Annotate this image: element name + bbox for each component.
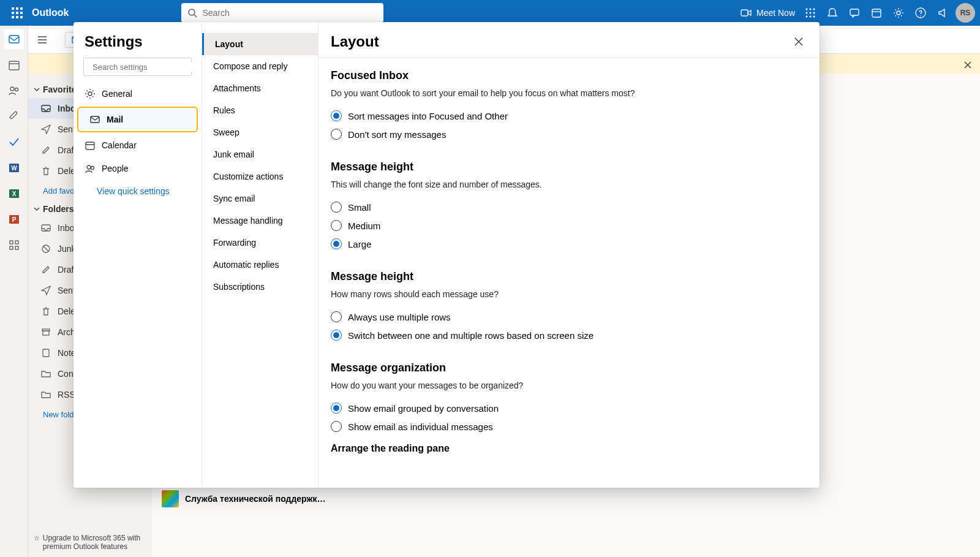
- settings-nav-label: View quick settings: [97, 186, 170, 196]
- settings-subnav-layout[interactable]: Layout: [202, 33, 318, 55]
- settings-subnav-autoreply[interactable]: Automatic replies: [202, 254, 318, 276]
- radio-icon: [331, 311, 342, 322]
- radio-option-medium[interactable]: Medium: [331, 216, 807, 235]
- settings-nav-label: Calendar: [102, 140, 137, 150]
- settings-nav-calendar[interactable]: Calendar: [74, 134, 202, 157]
- radio-option-dont-sort[interactable]: Don't sort my messages: [331, 125, 807, 143]
- settings-content-title: Layout: [331, 33, 379, 50]
- radio-icon: [331, 330, 342, 341]
- radio-icon: [331, 220, 342, 231]
- settings-subnav-compose[interactable]: Compose and reply: [202, 55, 318, 77]
- option-label: Switch between one and multiple rows bas…: [348, 330, 594, 341]
- settings-subnav-forwarding[interactable]: Forwarding: [202, 232, 318, 254]
- settings-nav-secondary: Layout Compose and reply Attachments Rul…: [202, 22, 318, 488]
- radio-option-switch-rows[interactable]: Switch between one and multiple rows bas…: [331, 326, 807, 344]
- mail-icon: [89, 114, 100, 125]
- settings-subnav-rules[interactable]: Rules: [202, 99, 318, 121]
- option-label: Show email as individual messages: [348, 422, 493, 432]
- settings-content: Layout Focused Inbox Do you want Outlook…: [318, 22, 820, 488]
- settings-title: Settings: [74, 33, 202, 58]
- settings-nav-label: People: [102, 164, 129, 173]
- group-message-rows: Message height How many rows should each…: [331, 270, 807, 344]
- radio-option-large[interactable]: Large: [331, 235, 807, 253]
- settings-subnav-handling[interactable]: Message handling: [202, 210, 318, 232]
- settings-subnav-customize[interactable]: Customize actions: [202, 165, 318, 188]
- close-icon: [794, 37, 803, 46]
- settings-search-input[interactable]: [92, 63, 195, 72]
- settings-nav-label: Mail: [107, 115, 123, 124]
- svg-rect-57: [86, 142, 94, 150]
- view-quick-settings-link[interactable]: View quick settings: [74, 180, 202, 202]
- option-label: Large: [348, 239, 371, 249]
- radio-option-multirow[interactable]: Always use multiple rows: [331, 308, 807, 326]
- subgroup-title: Arrange the reading pane: [331, 443, 807, 454]
- radio-icon: [331, 421, 342, 432]
- settings-close-button[interactable]: [790, 33, 807, 50]
- svg-point-59: [87, 165, 91, 169]
- settings-nav-primary: Settings General Mail Calendar People: [74, 22, 202, 488]
- group-desc: How many rows should each message use?: [331, 289, 807, 299]
- radio-icon: [331, 110, 342, 121]
- option-label: Small: [348, 202, 371, 213]
- option-label: Don't sort my messages: [348, 129, 446, 140]
- settings-subnav-sync[interactable]: Sync email: [202, 188, 318, 210]
- settings-nav-mail[interactable]: Mail: [77, 107, 198, 132]
- settings-subnav-subscriptions[interactable]: Subscriptions: [202, 276, 318, 298]
- group-focused-inbox: Focused Inbox Do you want Outlook to sor…: [331, 69, 807, 143]
- option-label: Medium: [348, 221, 380, 231]
- radio-option-individual[interactable]: Show email as individual messages: [331, 417, 807, 436]
- svg-point-55: [88, 92, 92, 96]
- radio-icon: [331, 202, 342, 213]
- option-label: Show email grouped by conversation: [348, 403, 499, 414]
- radio-option-small[interactable]: Small: [331, 198, 807, 216]
- option-label: Always use multiple rows: [348, 312, 451, 322]
- radio-icon: [331, 129, 342, 140]
- option-label: Sort messages into Focused and Other: [348, 111, 508, 121]
- group-title: Focused Inbox: [331, 69, 807, 82]
- modal-overlay: Settings General Mail Calendar People: [0, 0, 980, 557]
- group-message-height: Message height This will change the font…: [331, 161, 807, 253]
- radio-option-sort-focused[interactable]: Sort messages into Focused and Other: [331, 107, 807, 125]
- radio-icon: [331, 238, 342, 249]
- group-message-organization: Message organization How do you want you…: [331, 362, 807, 454]
- settings-subnav-sweep[interactable]: Sweep: [202, 121, 318, 143]
- settings-nav-people[interactable]: People: [74, 157, 202, 180]
- group-title: Message height: [331, 161, 807, 173]
- settings-nav-general[interactable]: General: [74, 82, 202, 105]
- settings-dialog: Settings General Mail Calendar People: [74, 22, 820, 488]
- radio-icon: [331, 403, 342, 414]
- svg-point-60: [91, 167, 94, 170]
- settings-subnav-attachments[interactable]: Attachments: [202, 77, 318, 99]
- people-icon: [85, 163, 96, 174]
- group-title: Message height: [331, 270, 807, 283]
- settings-search[interactable]: [83, 58, 192, 76]
- settings-nav-label: General: [102, 89, 132, 99]
- gear-icon: [85, 88, 96, 99]
- radio-option-grouped[interactable]: Show email grouped by conversation: [331, 399, 807, 417]
- group-desc: Do you want Outlook to sort your email t…: [331, 88, 807, 98]
- svg-rect-56: [91, 116, 99, 123]
- settings-subnav-junk[interactable]: Junk email: [202, 143, 318, 165]
- group-desc: This will change the font size and numbe…: [331, 180, 807, 189]
- group-title: Message organization: [331, 362, 807, 374]
- calendar-icon: [85, 140, 96, 151]
- group-desc: How do you want your messages to be orga…: [331, 381, 807, 390]
